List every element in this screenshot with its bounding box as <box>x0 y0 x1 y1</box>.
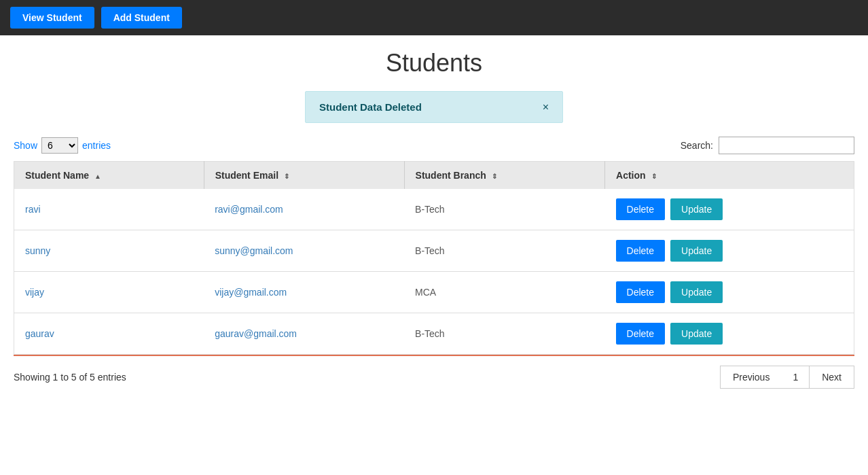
table-row: vijay vijay@gmail.com MCA Delete Update <box>14 272 854 313</box>
col-branch-label: Student Branch <box>416 170 486 181</box>
delete-button[interactable]: Delete <box>616 323 665 345</box>
update-button[interactable]: Update <box>670 323 723 345</box>
col-header-branch[interactable]: Student Branch ⇕ <box>404 162 605 190</box>
entries-select[interactable]: 6 10 25 50 100 <box>41 137 78 154</box>
search-input[interactable] <box>719 137 854 154</box>
cell-name: vijay <box>14 272 204 313</box>
delete-button[interactable]: Delete <box>616 198 665 220</box>
delete-button[interactable]: Delete <box>616 240 665 262</box>
sort-icon-email: ⇕ <box>284 173 289 180</box>
add-student-button[interactable]: Add Student <box>101 7 182 29</box>
alert-close-button[interactable]: × <box>543 102 549 113</box>
showing-info: Showing 1 to 5 of 5 entries <box>14 372 126 383</box>
delete-button[interactable]: Delete <box>616 281 665 303</box>
search-area: Search: <box>681 137 854 154</box>
view-student-button[interactable]: View Student <box>10 7 94 29</box>
students-table: Student Name ▲ Student Email ⇕ Student B… <box>14 161 854 355</box>
cell-branch: B-Tech <box>404 189 605 230</box>
cell-name: gaurav <box>14 313 204 355</box>
alert-banner: Student Data Deleted × <box>305 91 563 123</box>
col-header-action[interactable]: Action ⇕ <box>605 162 854 190</box>
col-action-label: Action <box>616 170 646 181</box>
table-row: sunny sunny@gmail.com B-Tech Delete Upda… <box>14 230 854 272</box>
table-footer: Showing 1 to 5 of 5 entries Previous 1 N… <box>14 355 854 398</box>
next-button[interactable]: Next <box>809 366 854 389</box>
page-title: Students <box>14 49 854 77</box>
col-header-email[interactable]: Student Email ⇕ <box>204 162 404 190</box>
pagination: Previous 1 Next <box>720 366 854 389</box>
alert-message: Student Data Deleted <box>319 101 422 113</box>
main-content: Students Student Data Deleted × Show 6 1… <box>0 35 868 398</box>
show-entries-control: Show 6 10 25 50 100 entries <box>14 137 111 154</box>
current-page: 1 <box>782 366 809 389</box>
cell-branch: B-Tech <box>404 230 605 272</box>
col-header-name[interactable]: Student Name ▲ <box>14 162 204 190</box>
table-row: ravi ravi@gmail.com B-Tech Delete Update <box>14 189 854 230</box>
table-header: Student Name ▲ Student Email ⇕ Student B… <box>14 162 854 190</box>
cell-branch: B-Tech <box>404 313 605 355</box>
update-button[interactable]: Update <box>670 198 723 220</box>
col-email-label: Student Email <box>215 170 278 181</box>
cell-email: sunny@gmail.com <box>204 230 404 272</box>
cell-action: Delete Update <box>605 272 854 313</box>
previous-button[interactable]: Previous <box>720 366 782 389</box>
table-row: gaurav gaurav@gmail.com B-Tech Delete Up… <box>14 313 854 355</box>
sort-icon-action: ⇕ <box>651 173 657 180</box>
cell-action: Delete Update <box>605 230 854 272</box>
cell-email: gaurav@gmail.com <box>204 313 404 355</box>
search-label: Search: <box>681 140 713 151</box>
cell-action: Delete Update <box>605 313 854 355</box>
table-controls: Show 6 10 25 50 100 entries Search: <box>14 137 854 154</box>
table-body: ravi ravi@gmail.com B-Tech Delete Update… <box>14 189 854 355</box>
show-label: Show <box>14 140 37 151</box>
navbar: View Student Add Student <box>0 0 868 35</box>
col-name-label: Student Name <box>25 170 89 181</box>
update-button[interactable]: Update <box>670 240 723 262</box>
entries-label: entries <box>82 140 111 151</box>
cell-email: ravi@gmail.com <box>204 189 404 230</box>
sort-icon-branch: ⇕ <box>492 173 497 180</box>
cell-name: sunny <box>14 230 204 272</box>
cell-branch: MCA <box>404 272 605 313</box>
cell-name: ravi <box>14 189 204 230</box>
sort-icon-name: ▲ <box>94 173 101 180</box>
update-button[interactable]: Update <box>670 281 723 303</box>
cell-action: Delete Update <box>605 189 854 230</box>
cell-email: vijay@gmail.com <box>204 272 404 313</box>
